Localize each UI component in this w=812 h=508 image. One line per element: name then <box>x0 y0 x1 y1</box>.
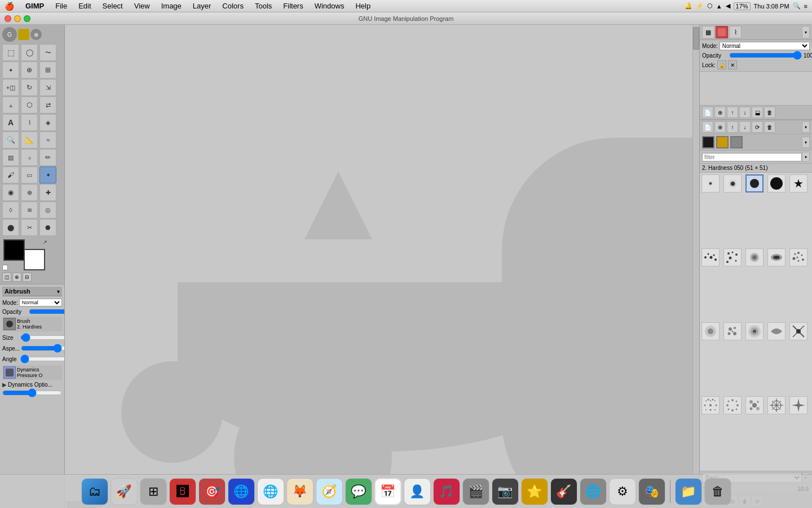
tool-fuzzy-select[interactable]: ✦ <box>2 62 19 78</box>
dock-itunes[interactable]: 🎵 <box>433 478 460 505</box>
canvas-area[interactable] <box>65 25 699 508</box>
brush-cell-19[interactable] <box>767 396 785 414</box>
menu-layer[interactable]: Layer <box>188 1 216 11</box>
tool-free-select[interactable]: 〜 <box>39 44 56 61</box>
tool-fg-select[interactable]: ⬤ <box>2 219 19 236</box>
menu-edit[interactable]: Edit <box>74 1 95 11</box>
layer-new-btn[interactable]: 📄 <box>702 107 713 118</box>
tool-pencil[interactable]: ✏ <box>39 149 56 166</box>
dock-messages[interactable]: 💬 <box>345 478 372 505</box>
dock-firefox[interactable]: 🦊 <box>286 478 314 505</box>
bluetooth-icon[interactable]: ⬡ <box>707 2 713 10</box>
layer-opacity-slider[interactable] <box>729 52 802 59</box>
tool-paths[interactable]: ⌇ <box>21 114 38 131</box>
tool-move[interactable]: ⊕ <box>21 62 38 78</box>
dock-app5[interactable]: 🎭 <box>638 478 665 505</box>
brush-duplicate-btn[interactable]: ⊕ <box>714 121 726 133</box>
tool-shear[interactable]: ⟁ <box>2 97 19 113</box>
brush-cell-16[interactable] <box>701 396 720 414</box>
brush-cell-20[interactable] <box>789 396 807 414</box>
brush-cell-12[interactable] <box>723 322 742 340</box>
brush-cell-7[interactable] <box>723 248 742 266</box>
apple-menu[interactable]: 🍎 <box>5 2 14 11</box>
tool-zoom[interactable]: 🔍 <box>2 132 19 148</box>
dock-app3[interactable]: 🌐 <box>228 478 255 505</box>
right-panel-menu-btn[interactable]: ▾ <box>802 26 810 38</box>
maximize-button[interactable] <box>24 15 30 22</box>
dock-sysprefs[interactable]: ⚙ <box>609 478 636 505</box>
brush-cell-14[interactable] <box>767 322 785 340</box>
notification-icon[interactable]: 🔔 <box>685 2 692 10</box>
tool-blend[interactable]: ▤ <box>2 149 19 166</box>
layer-merge-btn[interactable]: ⬓ <box>752 107 763 118</box>
dynamics-slider[interactable] <box>2 389 62 396</box>
tool-bucket[interactable]: ⬦ <box>21 149 38 166</box>
quick-toggle1[interactable]: ⊕ <box>12 273 21 282</box>
menu-filters[interactable]: Filters <box>279 1 307 11</box>
brush-chips-menu-btn[interactable]: ▾ <box>802 137 810 148</box>
opacity-slider[interactable] <box>29 308 64 315</box>
size-slider[interactable] <box>20 334 64 341</box>
tool-rotate[interactable]: ↻ <box>21 79 38 96</box>
brush-refresh-btn[interactable]: ⟳ <box>752 121 763 133</box>
tool-heal[interactable]: ✚ <box>39 184 56 201</box>
brush-cell-10[interactable] <box>789 248 807 266</box>
brush-cell-13[interactable] <box>745 322 764 340</box>
volume-icon[interactable]: ◀ <box>726 2 730 10</box>
dock-launchpad[interactable]: ⊞ <box>140 478 167 505</box>
menu-select[interactable]: Select <box>98 1 127 11</box>
channels-tab-icon[interactable] <box>716 26 728 38</box>
search-icon[interactable]: 🔍 <box>793 2 801 10</box>
lightning-icon[interactable]: ⚡ <box>696 2 704 10</box>
layers-tab-icon[interactable]: ▦ <box>702 26 714 38</box>
dock-garageband[interactable]: 🎸 <box>550 478 577 505</box>
tool-rect-select[interactable]: ⬚ <box>2 44 19 61</box>
dynamics-options-label[interactable]: Dynamics Optio... <box>8 382 52 388</box>
dock-app1[interactable]: 🅱 <box>169 478 196 505</box>
dock-app4[interactable]: 🌐 <box>580 478 607 505</box>
aspect-slider[interactable] <box>21 345 64 352</box>
brush-cell-5[interactable]: ★ <box>789 174 807 192</box>
menu-tools[interactable]: Tools <box>250 1 276 11</box>
dock-app2[interactable]: 🎯 <box>198 478 226 505</box>
layer-mode-select[interactable]: Normal <box>720 42 810 50</box>
dock-trash[interactable]: 🗑 <box>704 478 731 505</box>
brush-cell-18[interactable] <box>745 396 764 414</box>
paths-tab-icon[interactable]: ⌇ <box>729 26 742 38</box>
tool-crop[interactable]: +◫ <box>2 79 19 96</box>
brush-cell-17[interactable] <box>723 396 742 414</box>
tool-airbrush[interactable]: ✦ <box>39 167 56 183</box>
dock-chrome[interactable]: 🌐 <box>257 478 284 505</box>
layer-delete-btn[interactable]: 🗑 <box>764 107 775 118</box>
tool-smudge[interactable]: ≋ <box>21 202 38 218</box>
fg-color-swatch[interactable] <box>3 239 25 261</box>
mode-select[interactable]: Normal <box>19 299 62 306</box>
canvas-vscroll[interactable] <box>692 25 699 508</box>
tool-convolve[interactable]: ◊ <box>2 202 19 218</box>
brush-move-up-btn[interactable]: ↑ <box>727 121 738 133</box>
brush-cell-2[interactable] <box>723 174 742 192</box>
angle-slider[interactable] <box>20 356 64 362</box>
menu-colors[interactable]: Colors <box>218 1 248 11</box>
brush-filter-dropdown-btn[interactable]: ▾ <box>802 152 810 162</box>
tool-paintbrush[interactable]: 🖌 <box>2 167 19 183</box>
menu-gimp[interactable]: GIMP <box>21 1 48 11</box>
tool-dodge-burn[interactable]: ◎ <box>39 202 56 218</box>
dock-rocket[interactable]: 🚀 <box>111 478 138 505</box>
menu-extra-icon[interactable]: ≡ <box>804 3 807 10</box>
tool-ellipse-select[interactable]: ◯ <box>21 44 38 61</box>
dock-contacts[interactable]: 👤 <box>404 478 431 505</box>
wifi-icon[interactable]: ▲ <box>716 3 722 10</box>
menu-windows[interactable]: Windows <box>310 1 349 11</box>
brush-cell-6[interactable] <box>701 248 720 266</box>
layer-move-up-btn[interactable]: ↑ <box>727 107 738 118</box>
menu-help[interactable]: Help <box>351 1 375 11</box>
brush-move-down-btn[interactable]: ↓ <box>739 121 751 133</box>
brush-cell-4[interactable] <box>767 174 785 192</box>
minimize-button[interactable] <box>14 15 21 22</box>
quick-mask-btn[interactable]: ◫ <box>2 273 11 282</box>
tool-perspective[interactable]: ⬡ <box>21 97 38 113</box>
tool-scissors[interactable]: ✂ <box>21 219 38 236</box>
brush-cell-11[interactable] <box>701 322 720 340</box>
menu-view[interactable]: View <box>130 1 155 11</box>
